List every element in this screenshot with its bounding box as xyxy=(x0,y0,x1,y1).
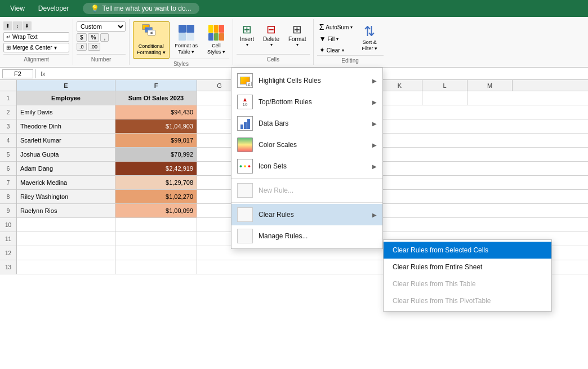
currency-btn[interactable]: $ xyxy=(77,33,87,42)
cell-maverick-sales[interactable]: $1,29,708 xyxy=(115,176,197,189)
format-btn[interactable]: ⊞ Format ▾ xyxy=(285,21,310,54)
menu-item-newrule[interactable]: New Rule... xyxy=(231,180,382,201)
menu-developer[interactable]: Developer xyxy=(33,2,75,15)
clear-btn[interactable]: ✦ Clear ▾ xyxy=(317,45,355,55)
header-employee[interactable]: Employee xyxy=(17,91,115,105)
percent-btn[interactable]: % xyxy=(88,33,100,42)
menu-item-databars[interactable]: Data Bars ▶ xyxy=(231,113,382,134)
menu-item-topbottom[interactable]: ▲ 10 Top/Bottom Rules ▶ xyxy=(231,91,382,113)
row-num-5: 5 xyxy=(0,148,16,162)
cell-scarlett-name[interactable]: Scarlett Kumar xyxy=(17,134,115,147)
row-num-9: 9 xyxy=(0,204,16,218)
cell-l1 xyxy=(422,91,467,105)
sort-icon: ⇅ xyxy=(364,24,375,39)
iconsets-arrow: ▶ xyxy=(372,163,377,170)
cond-format-label: ConditionalFormatting ▾ xyxy=(137,43,166,56)
highlight-icon: ≤ xyxy=(237,73,253,88)
insert-label: Insert xyxy=(240,36,254,42)
cell-joshua-sales[interactable]: $70,992 xyxy=(115,148,197,161)
header-sales[interactable]: Sum Of Sales 2023 xyxy=(115,91,197,105)
cell-e11 xyxy=(17,232,115,246)
cell-styles-label: CellStyles ▾ xyxy=(207,43,225,55)
cell-f11 xyxy=(115,232,197,246)
col-header-F[interactable]: F xyxy=(115,80,197,91)
cell-raelynn-name[interactable]: Raelynn Rios xyxy=(17,204,115,217)
increase-decimal-btn[interactable]: .0 xyxy=(77,43,87,51)
cell-riley-sales[interactable]: $1,02,270 xyxy=(115,190,197,203)
format-as-table-btn[interactable]: Format asTable ▾ xyxy=(172,21,202,59)
sort-filter-label: Sort &Filter ▾ xyxy=(362,39,377,52)
menu-divider-2 xyxy=(231,202,382,203)
menu-item-clearrules[interactable]: Clear Rules ▶ xyxy=(231,204,382,225)
topbottom-icon: ▲ 10 xyxy=(237,95,253,109)
menu-item-iconsets[interactable]: ● ● ● Icon Sets ▶ xyxy=(231,155,382,177)
align-bot-icon[interactable]: ⬇ xyxy=(23,21,32,30)
cell-riley-name[interactable]: Riley Washington xyxy=(17,190,115,203)
col-header-M[interactable]: M xyxy=(467,80,513,91)
submenu-item-sheet[interactable]: Clear Rules from Entire Sheet xyxy=(384,259,551,275)
name-box[interactable] xyxy=(2,69,33,78)
cell-f12 xyxy=(115,246,197,260)
databars-arrow: ▶ xyxy=(372,121,377,127)
align-top-icon[interactable]: ⬆ xyxy=(3,21,12,30)
autosum-btn[interactable]: Σ AutoSum ▾ xyxy=(317,21,355,33)
cell-theodore-name[interactable]: Theodore Dinh xyxy=(17,119,115,133)
cell-joshua-name[interactable]: Joshua Gupta xyxy=(17,148,115,161)
autosum-label: AutoSum xyxy=(326,24,349,30)
cell-adam-name[interactable]: Adam Dang xyxy=(17,162,115,175)
sort-filter-btn[interactable]: ⇅ Sort &Filter ▾ xyxy=(357,21,382,55)
menu-view[interactable]: View xyxy=(5,2,30,15)
align-mid-icon[interactable]: ↕ xyxy=(13,21,22,30)
row-num-7: 7 xyxy=(0,176,16,190)
tell-me-text: Tell me what you want to do... xyxy=(103,5,191,12)
number-format-select[interactable]: Custom xyxy=(77,21,126,32)
editing-buttons: Σ AutoSum ▾ ▼ Fill ▾ ✦ Clear ▾ ⇅ Sort xyxy=(317,21,384,55)
comma-btn[interactable]: , xyxy=(100,33,109,42)
cell-f13 xyxy=(115,260,197,274)
row-num-11: 11 xyxy=(0,232,16,246)
cell-styles-btn[interactable]: CellStyles ▾ xyxy=(203,21,229,59)
col-header-E[interactable]: E xyxy=(17,80,115,91)
cell-emily-sales[interactable]: $94,430 xyxy=(115,105,197,119)
colorscales-label: Color Scales xyxy=(259,141,297,149)
lightbulb-icon: 💡 xyxy=(91,5,99,12)
delete-label: Delete xyxy=(263,36,279,42)
number-group-label: Number xyxy=(77,54,126,63)
topbottom-arrow: ▶ xyxy=(372,99,377,105)
merge-center-label: Merge & Center xyxy=(12,45,52,51)
submenu-item-selected[interactable]: Clear Rules from Selected Cells xyxy=(384,242,551,259)
merge-center-btn[interactable]: ⊞ Merge & Center ▾ xyxy=(3,43,69,52)
colorscales-icon xyxy=(237,137,253,152)
newrule-icon xyxy=(237,183,253,198)
cell-raelynn-sales[interactable]: $1,00,099 xyxy=(115,204,197,217)
col-header-K[interactable]: K xyxy=(377,80,422,91)
cell-m1 xyxy=(467,91,513,105)
menu-item-colorscales[interactable]: Color Scales ▶ xyxy=(231,134,382,155)
wrap-text-label: Wrap Text xyxy=(12,34,38,40)
conditional-formatting-btn[interactable]: ≠ ConditionalFormatting ▾ xyxy=(133,21,170,59)
cells-group-label: Cells xyxy=(237,54,310,63)
cell-maverick-name[interactable]: Maverick Medina xyxy=(17,176,115,189)
insert-btn[interactable]: ⊞ Insert ▾ xyxy=(237,21,257,54)
managerules-icon xyxy=(237,229,253,243)
menu-item-managerules[interactable]: Manage Rules... xyxy=(231,225,382,247)
highlight-label: Highlight Cells Rules xyxy=(259,77,321,85)
wrap-text-btn[interactable]: ↵ Wrap Text xyxy=(3,32,69,42)
number-row2: .0 .00 xyxy=(77,43,126,51)
cell-theodore-sales[interactable]: $1,04,903 xyxy=(115,119,197,133)
fill-btn[interactable]: ▼ Fill ▾ xyxy=(317,34,355,44)
alignment-row1: ⬆ ↕ ⬇ xyxy=(3,21,69,30)
fill-arrow: ▾ xyxy=(336,37,338,42)
row-num-3: 3 xyxy=(0,119,16,134)
tell-me-bar[interactable]: 💡 Tell me what you want to do... xyxy=(83,3,199,14)
decrease-decimal-btn[interactable]: .00 xyxy=(88,43,101,51)
col-header-L[interactable]: L xyxy=(422,80,467,91)
cell-adam-sales[interactable]: $2,42,919 xyxy=(115,162,197,175)
cell-emily-name[interactable]: Emily Davis xyxy=(17,105,115,119)
row-num-6: 6 xyxy=(0,162,16,176)
delete-btn[interactable]: ⊟ Delete ▾ xyxy=(260,21,283,54)
clearrules-arrow: ▶ xyxy=(372,212,377,218)
cell-scarlett-sales[interactable]: $99,017 xyxy=(115,134,197,147)
menu-item-highlight[interactable]: ≤ Highlight Cells Rules ▶ xyxy=(231,70,382,91)
alignment-group-label: Alignment xyxy=(3,54,69,63)
